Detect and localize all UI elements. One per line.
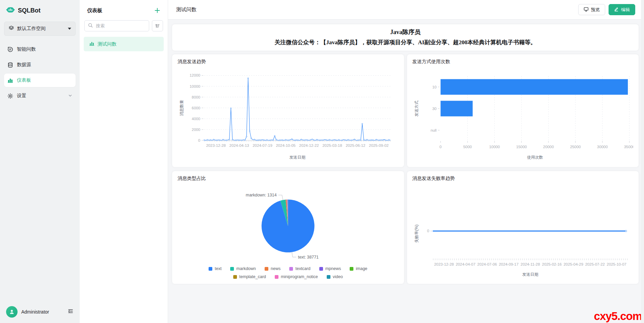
legend-swatch: [233, 275, 237, 279]
sidebar-menu: 智能问数 数据源: [4, 43, 76, 103]
sidebar: SQLBot 默认工作空间 智能问数: [0, 0, 80, 323]
svg-text:2025-04-29: 2025-04-29: [563, 262, 583, 266]
svg-text:2025-10-07: 2025-10-07: [607, 262, 626, 266]
legend-label: miniprogram_notice: [281, 274, 318, 279]
svg-text:12000: 12000: [190, 73, 200, 77]
pie-wrap: text: 38771markdown: 1314 textmarkdownne…: [178, 182, 399, 281]
dashboard-list-item[interactable]: 测试问数: [84, 37, 164, 51]
legend-item-mpnews[interactable]: mpnews: [319, 266, 341, 271]
svg-text:0: 0: [439, 145, 441, 149]
banner-title: Java陈序员: [179, 28, 632, 36]
bar-chart-canvas: 050001000015000200002500030000350001030n…: [412, 67, 634, 164]
legend-item-video[interactable]: video: [327, 274, 343, 279]
legend-swatch: [327, 275, 330, 279]
sidebar-item-settings[interactable]: 设置: [4, 89, 76, 103]
legend-label: image: [356, 266, 367, 271]
logo-row: SQLBot: [4, 5, 76, 16]
svg-text:30000: 30000: [597, 145, 608, 149]
bar-chart-icon: [7, 78, 13, 83]
legend-swatch: [350, 267, 353, 271]
topbar: 测试问数 预览: [168, 0, 644, 20]
svg-text:5000: 5000: [463, 145, 472, 149]
legend-label: video: [333, 274, 343, 279]
monitor-icon: [584, 7, 589, 13]
svg-text:2024-04-13: 2024-04-13: [230, 143, 249, 147]
svg-text:2025-07-22: 2025-07-22: [585, 262, 605, 266]
legend-item-text[interactable]: text: [209, 266, 221, 271]
svg-text:null: null: [430, 128, 436, 132]
page-title: 测试问数: [176, 6, 196, 13]
user-row[interactable]: Administrator: [4, 305, 76, 319]
legend-item-miniprogram_notice[interactable]: miniprogram_notice: [275, 274, 318, 279]
collapse-sidebar-icon[interactable]: [68, 308, 74, 316]
app-title: SQLBot: [18, 7, 41, 14]
app-root: SQLBot 默认工作空间 智能问数: [0, 0, 644, 323]
edit-button[interactable]: 编辑: [609, 4, 635, 15]
svg-text:2025-06-12: 2025-06-12: [346, 143, 365, 147]
svg-text:2024-07-19: 2024-07-19: [252, 143, 272, 147]
svg-text:10000: 10000: [489, 145, 500, 149]
sidebar-item-dashboard[interactable]: 仪表板: [4, 74, 76, 87]
sidebar-item-datasource[interactable]: 数据源: [4, 58, 76, 72]
search-box[interactable]: [84, 20, 149, 31]
legend-item-textcard[interactable]: textcard: [289, 266, 310, 271]
chevron-down-icon: [68, 93, 72, 99]
add-dashboard-button[interactable]: [154, 7, 161, 14]
svg-text:2024-12-22: 2024-12-22: [299, 143, 319, 147]
search-icon: [88, 23, 93, 29]
svg-text:15000: 15000: [516, 145, 527, 149]
svg-text:使用次数: 使用次数: [527, 155, 543, 160]
main-area: 测试问数 预览: [168, 0, 644, 323]
mini-bar-chart-icon: [89, 41, 95, 47]
legend-item-template_card[interactable]: template_card: [233, 274, 266, 279]
workspace-selector[interactable]: 默认工作空间: [4, 22, 76, 36]
legend-item-image[interactable]: image: [350, 266, 367, 271]
chart-card-send-method: 发送方式使用次数 0500010000150002000025000300003…: [407, 54, 639, 167]
legend-label: template_card: [239, 274, 266, 279]
legend-swatch: [319, 267, 323, 271]
database-icon: [7, 62, 13, 68]
svg-text:2024-07-06: 2024-07-06: [477, 262, 497, 266]
edit-button-label: 编辑: [621, 7, 630, 13]
banner-card: Java陈序员 关注微信公众号：【Java陈序员】，获取开源项目分享、AI副业分…: [172, 24, 639, 51]
svg-text:0: 0: [427, 229, 429, 233]
panel-title: 仪表板: [87, 7, 102, 14]
svg-text:发送日期: 发送日期: [522, 272, 538, 277]
sidebar-item-chat[interactable]: 智能问数: [4, 43, 76, 56]
legend-label: markdown: [236, 266, 256, 271]
svg-text:text: 38771: text: 38771: [298, 255, 319, 260]
legend-swatch: [230, 267, 234, 271]
sort-button[interactable]: [152, 20, 163, 31]
chart-title: 消息发送趋势: [178, 59, 399, 65]
search-row: [84, 20, 164, 31]
svg-text:20000: 20000: [543, 145, 554, 149]
svg-text:6000: 6000: [192, 106, 200, 110]
search-input[interactable]: [95, 23, 145, 29]
sidebar-item-label: 仪表板: [17, 77, 31, 83]
chart-title: 消息类型占比: [178, 176, 399, 182]
preview-button[interactable]: 预览: [578, 4, 605, 15]
workspace-label: 默认工作空间: [17, 26, 65, 32]
watermark: cxy5.com: [594, 310, 642, 323]
legend-swatch: [209, 267, 212, 271]
legend-label: news: [271, 266, 280, 271]
pie-chart-canvas: text: 38771markdown: 1314: [178, 184, 399, 266]
legend-item-news[interactable]: news: [265, 266, 280, 271]
svg-text:2025-03-18: 2025-03-18: [322, 143, 342, 147]
svg-text:2025-02-16: 2025-02-16: [542, 262, 561, 266]
svg-text:2025-09-02: 2025-09-02: [369, 143, 388, 147]
legend-item-markdown[interactable]: markdown: [230, 266, 256, 271]
svg-text:2023-12-28: 2023-12-28: [434, 262, 454, 266]
user-avatar: [6, 306, 18, 318]
banner-subtitle: 关注微信公众号：【Java陈序员】，获取开源项目分享、AI副业分享、超200本经…: [179, 38, 632, 46]
legend-label: mpnews: [325, 266, 341, 271]
chart-title: 发送方式使用次数: [412, 59, 634, 65]
svg-text:2000: 2000: [192, 128, 200, 132]
chart-title: 消息发送失败率趋势: [412, 176, 634, 182]
svg-text:失败率(%): 失败率(%): [414, 224, 419, 243]
line-chart-canvas: 0失败率(%)2023-12-282024-04-072024-07-06202…: [412, 184, 634, 281]
legend-label: text: [215, 266, 221, 271]
gear-icon: [7, 93, 13, 99]
sidebar-item-label: 智能问数: [17, 46, 36, 52]
scrollbar-gutter[interactable]: [641, 0, 644, 323]
